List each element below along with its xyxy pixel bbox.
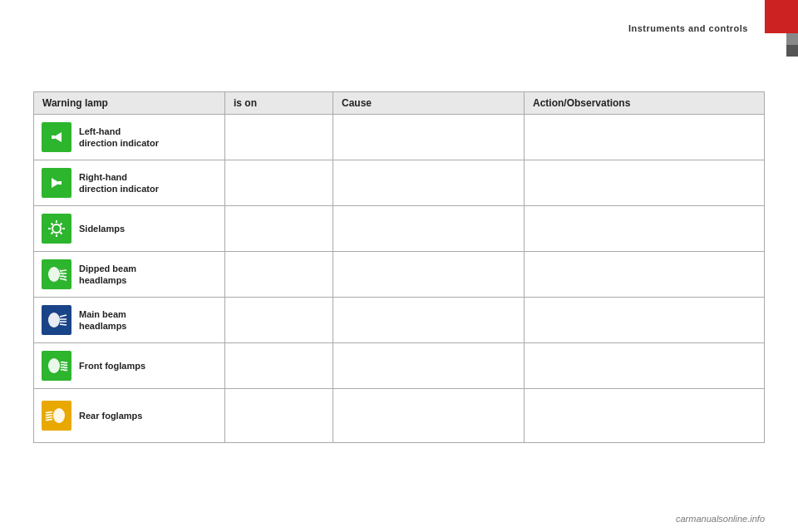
col-cause: Cause <box>333 92 525 115</box>
action-cell-5 <box>525 298 765 343</box>
is-on-cell-5 <box>225 298 333 343</box>
left-arrow-icon <box>41 121 72 153</box>
svg-line-11 <box>60 224 62 225</box>
warning-lamp-table: Warning lamp is on Cause Action/Observat… <box>33 91 765 443</box>
col-warning-lamp: Warning lamp <box>34 92 225 115</box>
svg-point-4 <box>52 224 61 233</box>
front-fog-icon <box>41 350 72 382</box>
is-on-cell-1 <box>225 115 333 160</box>
sidelamps-icon <box>41 213 72 244</box>
lamp-label-7: Rear foglamps <box>79 410 142 421</box>
is-on-cell-3 <box>225 206 333 252</box>
lamp-label-2: Right-hand direction indicator <box>79 171 159 195</box>
cause-cell-6 <box>333 343 525 389</box>
dipped-beam-icon <box>41 259 72 290</box>
col-is-on: is on <box>225 92 333 115</box>
lamp-cell-1: Left-hand direction indicator <box>34 115 225 160</box>
table-row: Sidelamps <box>34 206 765 252</box>
lamp-cell-5: Main beam headlamps <box>34 298 225 343</box>
action-cell-3 <box>525 206 765 252</box>
cause-cell-7 <box>333 389 525 443</box>
table-row: Right-hand direction indicator <box>34 160 765 206</box>
lamp-label-6: Front foglamps <box>79 360 145 372</box>
rear-fog-icon <box>41 400 72 431</box>
svg-line-10 <box>60 232 62 234</box>
corner-gray-block2 <box>786 45 798 57</box>
corner-red-block <box>765 0 798 33</box>
svg-line-20 <box>60 315 66 317</box>
lamp-cell-3: Sidelamps <box>34 206 225 252</box>
action-cell-4 <box>525 252 765 298</box>
table-row: Dipped beam headlamps <box>34 252 765 298</box>
cause-cell-5 <box>333 298 525 343</box>
lamp-label-4: Dipped beam headlamps <box>79 263 136 287</box>
action-cell-7 <box>525 389 765 443</box>
main-beam-icon <box>41 304 72 336</box>
lamp-label-5: Main beam headlamps <box>79 308 126 332</box>
svg-line-9 <box>52 224 53 225</box>
is-on-cell-4 <box>225 252 333 298</box>
cause-cell-4 <box>333 252 525 298</box>
header-section: Instruments and controls <box>628 23 748 33</box>
svg-line-23 <box>60 324 66 325</box>
cause-cell-1 <box>333 115 525 160</box>
svg-point-19 <box>48 313 60 328</box>
action-cell-6 <box>525 343 765 389</box>
svg-line-12 <box>52 232 53 234</box>
table-row: Rear foglamps <box>34 389 765 443</box>
table-row: Main beam headlamps <box>34 298 765 343</box>
lamp-cell-7: Rear foglamps <box>34 389 225 443</box>
lamp-label-1: Left-hand direction indicator <box>79 126 159 150</box>
action-cell-2 <box>525 160 765 206</box>
cause-cell-2 <box>333 160 525 206</box>
is-on-cell-2 <box>225 160 333 206</box>
table-row: Left-hand direction indicator <box>34 115 765 160</box>
header-title: Instruments and controls <box>628 23 748 33</box>
cause-cell-3 <box>333 206 525 252</box>
action-cell-1 <box>525 115 765 160</box>
svg-point-25 <box>53 408 65 423</box>
svg-point-24 <box>48 358 60 373</box>
lamp-label-3: Sidelamps <box>79 223 125 234</box>
lamp-cell-4: Dipped beam headlamps <box>34 252 225 298</box>
corner-gray-block1 <box>786 33 798 45</box>
footer-watermark: carmanualsonline.info <box>676 514 765 524</box>
lamp-cell-6: Front foglamps <box>34 343 225 389</box>
right-arrow-icon <box>41 167 72 199</box>
col-action: Action/Observations <box>525 92 765 115</box>
svg-rect-3 <box>58 181 62 185</box>
table-container: Warning lamp is on Cause Action/Observat… <box>33 91 765 443</box>
svg-point-13 <box>48 267 60 282</box>
corner-decoration <box>765 0 798 57</box>
lamp-cell-2: Right-hand direction indicator <box>34 160 225 206</box>
svg-rect-1 <box>52 135 55 139</box>
table-row: Front foglamps <box>34 343 765 389</box>
is-on-cell-6 <box>225 343 333 389</box>
is-on-cell-7 <box>225 389 333 443</box>
